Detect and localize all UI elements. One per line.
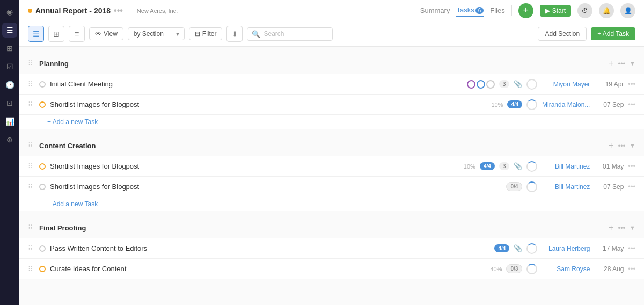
avatar[interactable]: 👤 <box>620 3 635 18</box>
main-content: Annual Report - 2018 ••• New Acres, Inc.… <box>19 0 644 305</box>
drag-handle[interactable]: ⠿ <box>28 265 33 273</box>
due-date: 17 May <box>594 245 624 252</box>
task-status-dot[interactable] <box>39 81 46 88</box>
clip-icon[interactable]: 📎 <box>514 162 522 170</box>
task-name[interactable]: Initial Client Meeting <box>50 80 463 88</box>
section-name-planning: Planning <box>39 60 69 68</box>
sidebar-item-grid[interactable]: ⊞ <box>2 41 17 56</box>
table-row: ⠿ Curate Ideas for Content 40% 0/3 Sam R… <box>19 259 644 279</box>
task-name[interactable]: Curate Ideas for Content <box>50 265 481 273</box>
num-badge: 3 <box>499 80 510 88</box>
list-view-btn[interactable]: ☰ <box>28 26 44 42</box>
clip-icon[interactable]: 📎 <box>514 80 522 88</box>
table-row: ⠿ Pass Written Content to Editors 4/4 📎 … <box>19 238 644 259</box>
add-task-button[interactable]: + Add Task <box>591 27 635 40</box>
assignee-name[interactable]: Miyori Mayer <box>541 81 590 88</box>
add-task-section-icon[interactable]: + <box>609 141 613 150</box>
add-task-section-icon[interactable]: + <box>609 223 613 233</box>
task-more-icon[interactable]: ••• <box>628 265 635 273</box>
section-more-icon[interactable]: ••• <box>618 60 625 68</box>
table-row: ⠿ Shortlist Images for Blogpost 10% 4/4 … <box>19 95 644 115</box>
clip-icon[interactable]: 📎 <box>514 244 522 252</box>
drag-handle[interactable]: ⠿ <box>28 101 33 108</box>
task-more-icon[interactable]: ••• <box>628 100 635 108</box>
add-section-button[interactable]: Add Section <box>538 27 587 41</box>
section-actions-proofing: + ••• ▼ <box>609 223 635 233</box>
task-status-dot[interactable] <box>39 163 46 170</box>
sidebar-item-chart[interactable]: 📊 <box>2 114 17 129</box>
tag-badge: 4/4 <box>507 100 522 108</box>
tag-badge: 4/4 <box>480 162 495 170</box>
assignee-name[interactable]: Sam Royse <box>541 265 590 273</box>
sidebar-item-plus[interactable]: ⊕ <box>2 132 17 147</box>
sidebar-logo[interactable]: ◉ <box>2 4 17 19</box>
tab-summary[interactable]: Summary <box>420 4 450 17</box>
header-divider <box>511 5 512 16</box>
task-name[interactable]: Pass Written Content to Editors <box>50 244 490 252</box>
collapse-section-icon[interactable]: ▼ <box>630 224 635 231</box>
task-name[interactable]: Shortlist Images for Blogpost <box>50 183 502 191</box>
assignee-name[interactable]: Bill Martinez <box>541 163 590 170</box>
sidebar-item-clock[interactable]: 🕐 <box>2 77 17 92</box>
circle-icon <box>467 80 475 89</box>
start-button[interactable]: ▶ Start <box>540 5 571 17</box>
timer-icon[interactable]: ⏱ <box>577 3 592 18</box>
circle-icon <box>477 80 485 89</box>
tab-files[interactable]: Files <box>490 4 504 17</box>
section-select[interactable]: by Section by Assignee by Priority <box>128 27 185 40</box>
search-input[interactable] <box>264 30 328 38</box>
progress-circle <box>526 79 537 90</box>
drag-handle[interactable]: ⠿ <box>28 245 33 252</box>
section-actions-planning: + ••• ▼ <box>609 59 635 68</box>
collapse-section-icon[interactable]: ▼ <box>630 142 635 149</box>
table-row: ⠿ Initial Client Meeting 3 📎 Miyori Maye… <box>19 74 644 95</box>
drag-handle[interactable]: ⠿ <box>28 163 33 170</box>
task-status-dot[interactable] <box>39 245 46 252</box>
task-name[interactable]: Shortlist Images for Blogpost <box>50 100 482 108</box>
view-button[interactable]: 👁 View <box>89 27 123 40</box>
column-view-btn[interactable]: ⊞ <box>48 26 64 42</box>
assignee-name[interactable]: Laura Herberg <box>541 245 590 252</box>
drag-handle[interactable]: ⠿ <box>28 81 33 88</box>
task-status-dot[interactable] <box>39 184 46 190</box>
filter-button[interactable]: ⊟ Filter <box>189 27 223 40</box>
section-more-icon[interactable]: ••• <box>618 224 625 232</box>
compact-view-btn[interactable]: ≡ <box>69 26 85 42</box>
section-spacer-1 <box>19 47 644 53</box>
sidebar-item-check[interactable]: ☑ <box>2 59 17 74</box>
task-status-dot[interactable] <box>39 266 46 272</box>
task-percent: 10% <box>487 101 503 108</box>
search-box[interactable]: 🔍 <box>247 27 333 41</box>
drag-handle-planning[interactable]: ⠿ <box>28 60 33 67</box>
drag-handle-proofing[interactable]: ⠿ <box>28 224 33 231</box>
assignee-name[interactable]: Miranda Malon... <box>541 101 590 108</box>
task-more-icon[interactable]: ••• <box>628 162 635 170</box>
sidebar-item-list[interactable]: ☰ <box>2 23 17 38</box>
task-status-dot[interactable] <box>39 101 46 108</box>
task-more-icon[interactable]: ••• <box>628 80 635 88</box>
sort-button[interactable]: ⬇ <box>226 26 243 42</box>
add-task-section-icon[interactable]: + <box>609 59 613 68</box>
sidebar-item-box[interactable]: ⊡ <box>2 96 17 111</box>
task-more-icon[interactable]: ••• <box>628 244 635 252</box>
assignee-name[interactable]: Bill Martinez <box>541 183 590 191</box>
task-name[interactable]: Shortlist Images for Blogpost <box>50 162 455 170</box>
sort-icon: ⬇ <box>232 30 238 38</box>
drag-handle-content[interactable]: ⠿ <box>28 142 33 149</box>
section-more-icon[interactable]: ••• <box>618 142 625 150</box>
add-task-link-planning[interactable]: + Add a new Task <box>19 115 644 129</box>
add-task-link-content[interactable]: + Add a new Task <box>19 197 644 211</box>
more-icon[interactable]: ••• <box>114 6 123 16</box>
bell-icon[interactable]: 🔔 <box>599 3 614 18</box>
project-title-wrap: Annual Report - 2018 ••• <box>28 6 123 16</box>
collapse-section-icon[interactable]: ▼ <box>630 60 635 67</box>
drag-handle[interactable]: ⠿ <box>28 183 33 191</box>
progress-circle-partial <box>526 243 537 254</box>
top-header: Annual Report - 2018 ••• New Acres, Inc.… <box>19 0 644 21</box>
table-row: ⠿ Shortlist Images for Blogpost 10% 4/4 … <box>19 156 644 177</box>
tab-tasks[interactable]: Tasks6 <box>456 4 484 17</box>
section-spacer-2 <box>19 129 644 135</box>
add-button[interactable]: + <box>518 3 533 18</box>
header-right: Summary Tasks6 Files + ▶ Start ⏱ 🔔 👤 <box>420 3 635 18</box>
task-more-icon[interactable]: ••• <box>628 183 635 191</box>
